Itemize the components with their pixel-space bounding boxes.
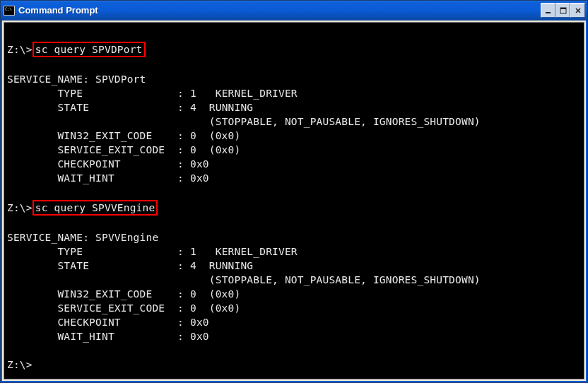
window-buttons [541,3,585,18]
window-title: Command Prompt [18,5,541,16]
checkpoint: 0x0 [190,158,209,170]
state-label: RUNNING [209,102,254,113]
type-num: 1 [190,246,196,257]
state-flags: (STOPPABLE, NOT_PAUSABLE, IGNORES_SHUTDO… [209,274,481,285]
type-label: KERNEL_DRIVER [216,88,298,99]
command-highlight: sc query SPVDPort [33,42,146,57]
command-text: sc query SPVDPort [35,44,143,55]
service-name-value: SPVVEngine [95,232,158,243]
command-text: sc query SPVVEngine [35,202,155,213]
maximize-button[interactable] [555,3,570,18]
minimize-button[interactable] [541,3,555,18]
state-num: 4 [190,102,196,113]
close-button[interactable] [570,3,585,18]
checkpoint: 0x0 [190,317,209,328]
window-frame: Command Prompt Z:\>sc query SPVDPort SER… [0,0,588,383]
wait-hint: 0x0 [190,172,209,184]
service-exit-code: 0 (0x0) [190,302,240,314]
prompt: Z:\> [7,44,33,55]
system-menu-icon[interactable] [4,6,15,16]
state-num: 4 [190,260,196,271]
close-icon [575,7,582,14]
win32-exit-code: 0 (0x0) [190,288,240,300]
titlebar[interactable]: Command Prompt [1,1,587,20]
minimize-icon [545,7,552,14]
service-name-value: SPVDPort [95,73,146,85]
state-label: RUNNING [209,260,254,271]
prompt: Z:\> [7,359,33,370]
service-exit-code: 0 (0x0) [190,144,240,155]
svg-rect-2 [560,8,566,9]
win32-exit-code: 0 (0x0) [190,130,240,141]
client-area: Z:\>sc query SPVDPort SERVICE_NAME: SPVD… [1,20,587,382]
prompt: Z:\> [7,202,33,213]
console-output[interactable]: Z:\>sc query SPVDPort SERVICE_NAME: SPVD… [4,22,584,379]
state-flags: (STOPPABLE, NOT_PAUSABLE, IGNORES_SHUTDO… [209,116,481,127]
type-num: 1 [190,88,196,99]
maximize-icon [560,7,567,14]
type-label: KERNEL_DRIVER [216,246,298,257]
svg-rect-0 [546,12,551,13]
command-highlight: sc query SPVVEngine [33,200,158,216]
wait-hint: 0x0 [190,331,209,342]
